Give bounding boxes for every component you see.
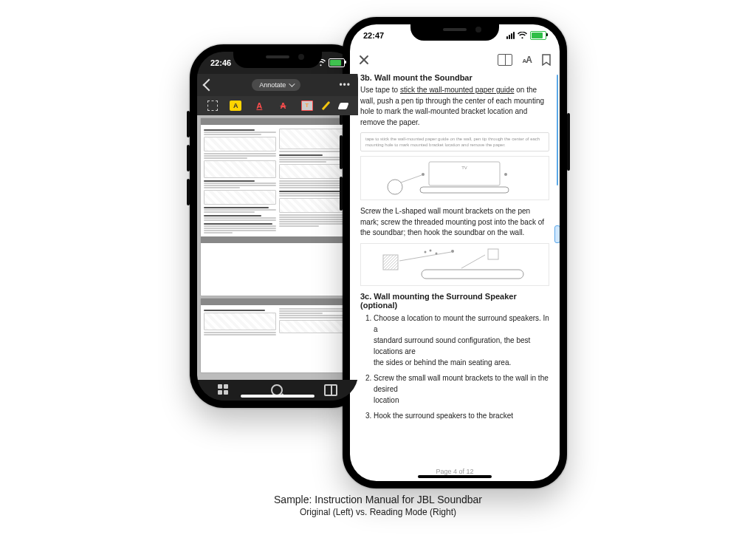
mode-label: Annotate bbox=[259, 81, 286, 89]
home-indicator[interactable] bbox=[241, 395, 315, 398]
heading-3c: 3c. Wall mounting the Surround Speaker (… bbox=[360, 292, 549, 310]
eraser-tool-icon[interactable] bbox=[337, 103, 348, 109]
reading-mode-icon[interactable] bbox=[324, 384, 337, 396]
side-button bbox=[187, 145, 190, 171]
pdf-page[interactable] bbox=[201, 118, 354, 296]
more-icon[interactable]: ••• bbox=[339, 80, 351, 90]
reader-content[interactable]: 3b. Wall mount the Soundbar Use tape to … bbox=[350, 70, 560, 462]
battery-icon bbox=[329, 58, 345, 67]
svg-point-15 bbox=[436, 252, 438, 254]
heading-3b: 3b. Wall mount the Soundbar bbox=[360, 73, 549, 82]
textbox-tool-icon[interactable]: T bbox=[301, 100, 313, 111]
highlight-tool-icon[interactable]: A bbox=[230, 100, 241, 111]
mode-selector[interactable]: Annotate bbox=[252, 79, 300, 91]
phone-reading-mode: 22:47 AA bbox=[343, 17, 567, 488]
close-icon[interactable] bbox=[359, 55, 369, 65]
steps-list: Choose a location to mount the surround … bbox=[360, 313, 549, 421]
home-indicator[interactable] bbox=[418, 475, 492, 478]
svg-line-11 bbox=[399, 252, 451, 261]
cell-signal-icon bbox=[506, 32, 515, 39]
annotation-toolbar: A A A T bbox=[197, 96, 358, 115]
notch bbox=[410, 24, 499, 41]
svg-rect-9 bbox=[488, 249, 498, 259]
status-time: 22:47 bbox=[363, 31, 384, 40]
power-button bbox=[567, 113, 570, 171]
inset-caption: tape to stick the wall-mounted paper gui… bbox=[360, 132, 549, 151]
scroll-handle-icon[interactable] bbox=[554, 225, 560, 243]
paragraph: Use tape to stick the wall-mounted paper… bbox=[360, 85, 549, 128]
battery-charging-icon bbox=[530, 31, 546, 40]
select-tool-icon[interactable] bbox=[207, 100, 218, 111]
svg-line-16 bbox=[461, 255, 485, 268]
font-size-icon[interactable]: AA bbox=[523, 55, 532, 65]
svg-rect-2 bbox=[420, 187, 509, 193]
list-item: Choose a location to mount the surround … bbox=[374, 313, 549, 368]
caption-title: Sample: Instruction Manual for JBL Sound… bbox=[0, 494, 756, 505]
svg-point-14 bbox=[430, 249, 432, 251]
svg-rect-8 bbox=[383, 255, 398, 270]
list-item: Screw the small wall mount brackets to t… bbox=[374, 372, 549, 406]
pen-tool-icon[interactable] bbox=[321, 101, 330, 110]
page-indicator: Page 4 of 12 bbox=[350, 468, 560, 475]
svg-text:TV: TV bbox=[461, 166, 467, 170]
thumbnails-icon[interactable] bbox=[218, 384, 230, 396]
status-time: 22:46 bbox=[210, 58, 231, 67]
svg-point-12 bbox=[451, 250, 454, 253]
reader-toolbar: AA bbox=[350, 50, 560, 70]
caption-subtitle: Original (Left) vs. Reading Mode (Right) bbox=[0, 507, 756, 517]
side-button bbox=[187, 111, 190, 137]
svg-line-4 bbox=[401, 175, 422, 183]
back-icon[interactable] bbox=[203, 79, 216, 92]
svg-point-6 bbox=[504, 173, 507, 176]
strikethrough-tool-icon[interactable]: A bbox=[277, 100, 289, 112]
figure-paper-guide: TV bbox=[360, 156, 549, 200]
svg-point-3 bbox=[388, 180, 402, 194]
figure-wall-mount bbox=[360, 243, 549, 286]
wifi-icon bbox=[518, 32, 527, 39]
paragraph: Screw the L-shaped wall mount brackets o… bbox=[360, 206, 549, 239]
pdf-page[interactable] bbox=[201, 299, 354, 372]
svg-point-13 bbox=[425, 251, 427, 253]
side-button bbox=[340, 177, 343, 211]
list-item: Hook the surround speakers to the bracke… bbox=[374, 410, 549, 421]
phone-original: 22:46 Annotate ••• A A bbox=[190, 44, 365, 408]
notch bbox=[233, 52, 322, 68]
document-viewport[interactable] bbox=[197, 115, 358, 380]
scroll-indicator bbox=[557, 75, 559, 185]
side-button bbox=[187, 179, 190, 205]
bookmark-icon[interactable] bbox=[542, 54, 551, 66]
library-icon[interactable] bbox=[498, 54, 512, 66]
svg-rect-10 bbox=[422, 270, 523, 279]
svg-point-5 bbox=[422, 173, 425, 176]
underline-tool-icon[interactable]: A bbox=[253, 100, 265, 112]
editor-nav-bar: Annotate ••• bbox=[197, 74, 358, 96]
side-button bbox=[340, 135, 343, 169]
figure-caption: Sample: Instruction Manual for JBL Sound… bbox=[0, 494, 756, 517]
